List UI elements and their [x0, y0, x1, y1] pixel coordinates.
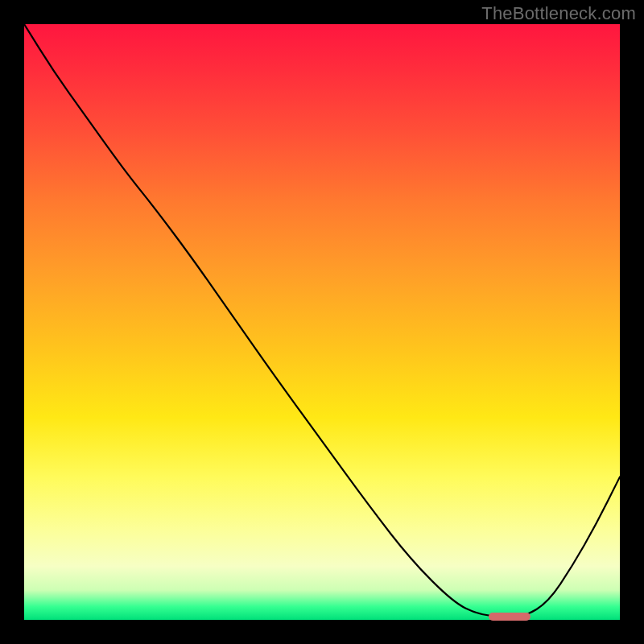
attribution-label: TheBottleneck.com: [481, 3, 636, 24]
plot-area: [24, 24, 620, 620]
chart-stage: TheBottleneck.com: [0, 0, 644, 644]
optimal-range-marker: [489, 613, 530, 621]
bottleneck-curve: [24, 24, 620, 620]
